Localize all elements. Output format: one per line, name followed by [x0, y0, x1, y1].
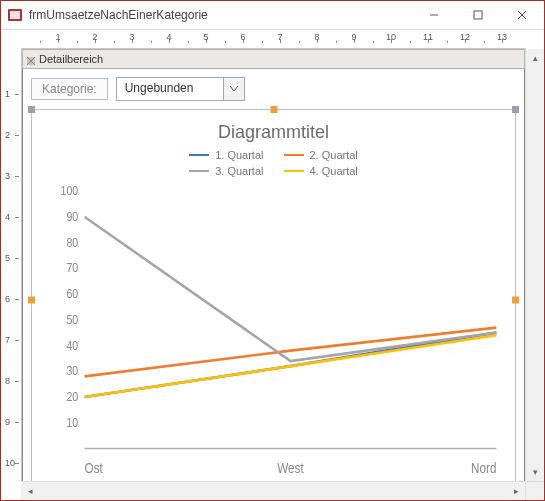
legend-label: 4. Quartal [310, 165, 358, 177]
selection-handle[interactable] [28, 106, 35, 113]
vertical-ruler[interactable]: 12345678910 [1, 49, 22, 481]
selection-handle[interactable] [512, 296, 519, 303]
svg-text:80: 80 [66, 234, 78, 250]
scroll-up-button[interactable]: ▴ [526, 49, 544, 67]
section-header-detail[interactable]: Detailbereich [22, 49, 525, 69]
ruler-h-mark: 5 [203, 32, 208, 42]
ruler-v-mark: 4 [5, 212, 10, 222]
svg-text:10: 10 [66, 415, 78, 431]
category-combobox[interactable]: Ungebunden [116, 77, 245, 101]
app-window: frmUmsaetzeNachEinerKategorie 1234567891… [0, 0, 545, 501]
titlebar[interactable]: frmUmsaetzeNachEinerKategorie [1, 1, 544, 30]
ruler-h-mark: 9 [351, 32, 356, 42]
close-button[interactable] [500, 1, 544, 29]
design-canvas[interactable]: Detailbereich Kategorie: Ungebunden [22, 49, 525, 481]
selection-handle[interactable] [512, 106, 519, 113]
chevron-down-icon [230, 84, 238, 94]
legend-swatch [284, 170, 304, 172]
ruler-h-mark: 12 [460, 32, 470, 42]
ruler-h-mark: 1 [55, 32, 60, 42]
category-label-text: Kategorie: [42, 82, 97, 96]
scrollbar-corner [525, 482, 544, 500]
svg-text:50: 50 [66, 312, 78, 328]
svg-text:30: 30 [66, 363, 78, 379]
selection-handle[interactable] [28, 296, 35, 303]
ruler-h-mark: 2 [92, 32, 97, 42]
legend-item: 3. Quartal [189, 165, 263, 177]
ruler-v-mark: 1 [5, 89, 10, 99]
ruler-v-mark: 9 [5, 417, 10, 427]
ruler-v-mark: 10 [5, 458, 15, 468]
legend-item: 2. Quartal [284, 149, 358, 161]
horizontal-scrollbar[interactable]: ◂ ▸ [21, 481, 544, 500]
selection-handle[interactable] [270, 106, 277, 113]
ruler-h-mark: 6 [240, 32, 245, 42]
svg-text:100: 100 [61, 183, 79, 199]
chart-legend: 1. Quartal2. Quartal3. Quartal4. Quartal [144, 149, 404, 177]
chart-title: Diagrammtitel [218, 122, 329, 143]
legend-label: 1. Quartal [215, 149, 263, 161]
maximize-button[interactable] [456, 1, 500, 29]
minimize-button[interactable] [412, 1, 456, 29]
ruler-v-mark: 7 [5, 335, 10, 345]
ruler-v-mark: 3 [5, 171, 10, 181]
horizontal-ruler[interactable]: 12345678910111213 [21, 30, 526, 49]
hscroll-track[interactable] [39, 482, 507, 500]
legend-item: 4. Quartal [284, 165, 358, 177]
legend-label: 2. Quartal [310, 149, 358, 161]
legend-label: 3. Quartal [215, 165, 263, 177]
chart-plot-area: 102030405060708090100OstWestNord [40, 183, 507, 481]
ruler-h-mark: 4 [166, 32, 171, 42]
detail-section-surface[interactable]: Kategorie: Ungebunden [22, 69, 525, 481]
ruler-v-mark: 2 [5, 130, 10, 140]
svg-text:90: 90 [66, 209, 78, 225]
svg-text:West: West [277, 460, 304, 477]
svg-rect-3 [474, 11, 482, 19]
ruler-v-mark: 5 [5, 253, 10, 263]
svg-text:40: 40 [66, 337, 78, 353]
window-title: frmUmsaetzeNachEinerKategorie [29, 8, 412, 22]
ruler-v-mark: 6 [5, 294, 10, 304]
legend-swatch [189, 170, 209, 172]
scroll-down-button[interactable]: ▾ [526, 463, 544, 481]
section-label: Detailbereich [39, 53, 103, 65]
legend-swatch [284, 154, 304, 156]
scroll-right-button[interactable]: ▸ [507, 482, 525, 500]
scroll-left-button[interactable]: ◂ [21, 482, 39, 500]
combo-dropdown-button[interactable] [223, 78, 244, 100]
vscroll-track[interactable] [526, 67, 544, 463]
ruler-h-mark: 8 [314, 32, 319, 42]
category-label-control[interactable]: Kategorie: [31, 78, 108, 100]
ruler-h-mark: 7 [277, 32, 282, 42]
chart-control[interactable]: Diagrammtitel 1. Quartal2. Quartal3. Qua… [31, 109, 516, 481]
combo-value: Ungebunden [117, 78, 223, 100]
ruler-h-mark: 3 [129, 32, 134, 42]
ruler-h-mark: 13 [497, 32, 507, 42]
vertical-scrollbar[interactable]: ▴ ▾ [525, 49, 544, 481]
svg-rect-1 [10, 11, 20, 19]
legend-swatch [189, 154, 209, 156]
svg-text:Ost: Ost [85, 460, 103, 477]
access-app-icon [7, 7, 23, 23]
ruler-h-mark: 10 [386, 32, 396, 42]
svg-text:Nord: Nord [471, 460, 496, 477]
svg-text:70: 70 [66, 260, 78, 276]
ruler-h-mark: 11 [423, 32, 433, 42]
section-grip-icon [27, 55, 35, 63]
svg-text:60: 60 [66, 286, 78, 302]
ruler-v-mark: 8 [5, 376, 10, 386]
legend-item: 1. Quartal [189, 149, 263, 161]
svg-text:20: 20 [66, 389, 78, 405]
